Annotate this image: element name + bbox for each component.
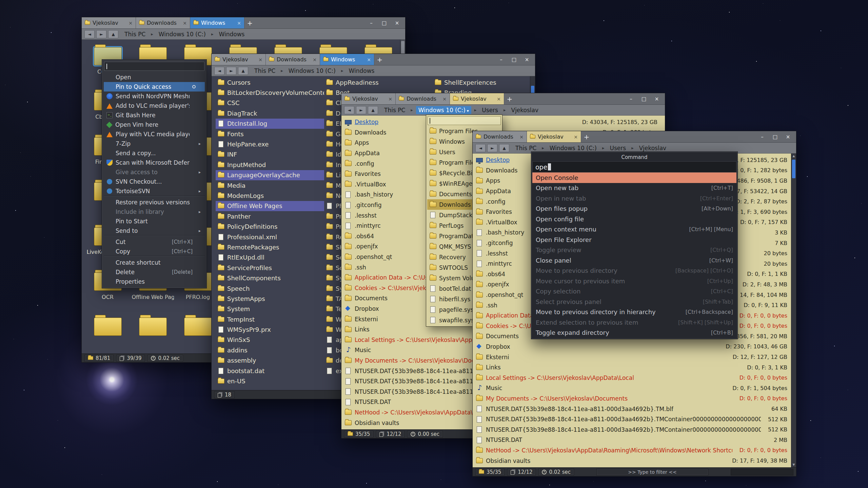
context-menu-item[interactable]: Delete [Delete] [104, 267, 205, 277]
context-menu-item[interactable]: Add to VLC media player's Playlist [104, 101, 205, 110]
palette-item[interactable]: Open files popup [Alt+Down] [532, 204, 736, 214]
close-button[interactable]: × [391, 19, 403, 27]
file-row[interactable]: ShellExperiences [433, 77, 535, 87]
file-row[interactable]: bootstat.dat [216, 366, 324, 376]
breadcrumb-item[interactable]: This PC [513, 144, 539, 152]
maximize-button[interactable]: □ [769, 133, 781, 141]
file-row[interactable]: Music D: 0, F: 1, 504 bytes [476, 383, 787, 393]
tab[interactable]: Vjekoslav × [527, 131, 581, 142]
tab[interactable]: Windows × [320, 54, 374, 65]
tab[interactable]: Downloads × [136, 17, 190, 28]
palette-item[interactable]: Select previous panel [Shift+Tab] [532, 297, 736, 307]
forward-button[interactable]: ► [96, 30, 106, 38]
file-row[interactable]: NTUSER.DAT{53b39e88-18c4-11ea-a811-000d3… [476, 404, 787, 414]
scrollbar-thumb[interactable] [792, 160, 795, 178]
file-row[interactable]: WMSysPr9.prx [216, 324, 324, 334]
palette-item[interactable]: Extend selection to previous item [Shift… [532, 317, 736, 328]
file-row[interactable]: Panther [216, 211, 324, 221]
maximize-button[interactable]: □ [638, 95, 650, 103]
titlebar[interactable]: Vjekoslav × Downloads × Vjekoslav × + – … [341, 93, 665, 105]
minimize-button[interactable]: – [625, 95, 637, 103]
breadcrumb-item[interactable]: This PC [122, 30, 148, 38]
up-button[interactable]: ▲ [499, 144, 509, 152]
breadcrumb-item[interactable]: Vjekoslav [509, 106, 541, 114]
file-row[interactable]: RtlExUpd.dll [216, 252, 324, 263]
context-menu-search-input[interactable] [104, 62, 204, 71]
file-row[interactable]: RemotePackages [216, 242, 324, 252]
minimize-button[interactable]: – [365, 19, 377, 27]
tab-close-icon[interactable]: × [313, 57, 317, 62]
close-button[interactable]: × [521, 55, 533, 64]
palette-item[interactable]: Move cursor to previous item [Ctrl+Up] [532, 276, 736, 286]
file-row[interactable]: AppReadiness [324, 77, 433, 87]
up-button[interactable]: ▲ [368, 106, 378, 114]
palette-search-input[interactable]: ope [532, 161, 736, 172]
context-menu-item[interactable]: Pin to Start [104, 217, 205, 226]
file-row[interactable]: en-US [216, 376, 324, 386]
file-row[interactable]: Links D: 0, F: 3, 1 KB [476, 362, 787, 373]
breadcrumb-item[interactable]: Windows 10 (C:) [547, 144, 599, 152]
file-row[interactable]: Media [216, 180, 324, 190]
tab[interactable]: Downloads × [396, 93, 450, 104]
file-row[interactable]: NTUSER.DAT 2 MB [476, 435, 787, 445]
scroll-up-icon[interactable]: ▲ [791, 154, 796, 159]
tab-close-icon[interactable]: × [237, 20, 241, 26]
close-button[interactable]: × [782, 133, 794, 141]
breadcrumb-item[interactable]: Windows 10 (C:) [156, 30, 208, 38]
breadcrumb-item[interactable]: Windows 10 (C:) [286, 67, 338, 75]
context-menu-item[interactable]: Include in library ▸ [104, 207, 205, 217]
file-row[interactable]: My Documents -> C:\Users\Vjekoslav\Docum… [476, 393, 787, 404]
breadcrumb-item[interactable]: Vjekoslav [637, 144, 669, 152]
breadcrumb-item[interactable]: This PC [252, 67, 278, 75]
context-menu-item[interactable]: Open [104, 73, 205, 82]
tab-close-icon[interactable]: × [258, 57, 262, 62]
context-menu-item[interactable]: Give access to ▸ [104, 167, 205, 177]
maximize-button[interactable]: □ [378, 19, 390, 27]
new-tab-button[interactable]: + [581, 131, 592, 142]
tab-close-icon[interactable]: × [519, 134, 524, 140]
file-row[interactable]: DtcInstall.log [216, 119, 324, 129]
context-menu-item[interactable]: Scan with Microsoft Defender... [104, 158, 205, 167]
palette-item[interactable]: Move to previous directory [Backspace] [… [532, 266, 736, 276]
tab[interactable]: Downloads × [473, 131, 527, 142]
context-menu-item[interactable]: Restore previous versions [104, 198, 205, 207]
palette-item[interactable]: Open context menu [Ctrl+M] [Menu] [532, 224, 736, 235]
breadcrumb-item[interactable]: Windows [347, 67, 377, 75]
file-row[interactable]: System [216, 304, 324, 314]
tab-close-icon[interactable]: × [574, 134, 578, 140]
tab-close-icon[interactable]: × [442, 96, 447, 102]
titlebar[interactable]: Vjekoslav × Downloads × Windows × + – □ [212, 54, 535, 65]
file-row[interactable]: Obsidian vaults D: 17, F: 149, 38 MB [476, 455, 787, 466]
context-menu-item[interactable]: Copy [Ctrl+C] [104, 247, 205, 256]
context-menu-item[interactable]: SVN Checkout... [104, 177, 205, 186]
tab[interactable]: Vjekoslav × [212, 54, 266, 65]
scroll-down-icon[interactable]: ▼ [791, 462, 796, 467]
file-row[interactable]: PolicyDefinitions [216, 221, 324, 231]
up-button[interactable]: ▲ [108, 30, 118, 38]
file-row[interactable]: Cursors [216, 77, 324, 87]
back-button[interactable]: ◄ [214, 67, 224, 75]
palette-item[interactable]: Open in new tab [Ctrl+Enter] [532, 193, 736, 204]
new-tab-button[interactable]: + [244, 17, 255, 28]
file-row[interactable]: SystemApps [216, 293, 324, 304]
file-row[interactable]: NTUSER.DAT{53b39e88-18c4-11ea-a811-000d3… [476, 424, 787, 435]
close-button[interactable]: × [651, 95, 663, 103]
file-row[interactable]: NetHood -> C:\Users\Vjekoslav\AppData\Ro… [476, 445, 787, 456]
file-row[interactable]: ModemLogs [216, 190, 324, 201]
folder-tile[interactable] [85, 312, 130, 353]
context-menu-item[interactable]: Send to ▸ [104, 226, 205, 236]
file-row[interactable]: NTUSER.DAT{53b39e88-18c4-11ea-a811-000d3… [476, 414, 787, 425]
command-input[interactable] [731, 469, 793, 475]
tab-close-icon[interactable]: × [129, 20, 133, 26]
file-row[interactable]: ShellComponents [216, 273, 324, 283]
new-tab-button[interactable]: + [374, 54, 385, 65]
tab-close-icon[interactable]: × [367, 57, 371, 62]
minimize-button[interactable]: – [756, 133, 768, 141]
up-button[interactable]: ▲ [238, 67, 248, 75]
breadcrumb-item[interactable]: This PC [382, 106, 408, 114]
titlebar[interactable]: Downloads × Vjekoslav × + – □ × [473, 131, 796, 143]
file-row[interactable]: LanguageOverlayCache [216, 170, 324, 180]
breadcrumb-item[interactable]: Windows 10 (C:) [416, 106, 471, 114]
context-menu-item[interactable]: Send with NordVPN Meshnet [104, 92, 205, 101]
vertical-scrollbar[interactable]: ▲ ▼ [791, 154, 796, 467]
